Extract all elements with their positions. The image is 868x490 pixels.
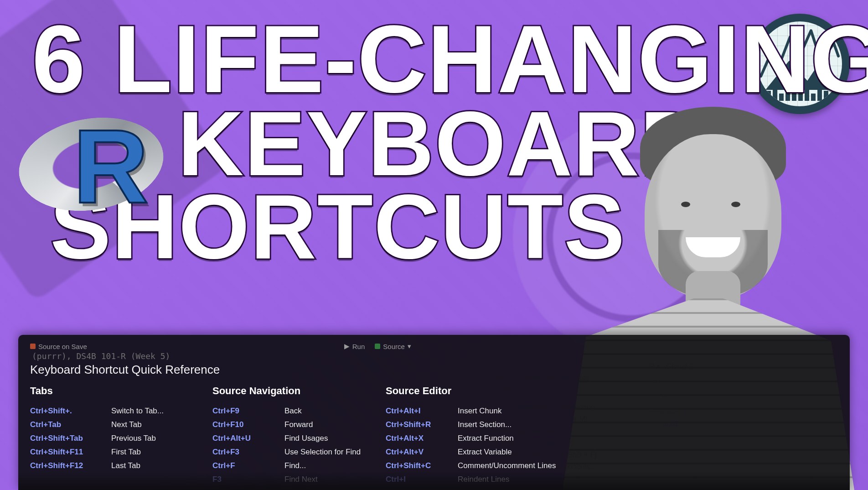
kb-label: Back bbox=[284, 404, 381, 418]
kb-row: Ctrl+F3Use Selection for Find bbox=[212, 445, 381, 459]
kb-key: Ctrl+F10 bbox=[212, 418, 281, 432]
kb-row: Ctrl+Shift+CComment/Uncomment Lines bbox=[386, 459, 536, 473]
kb-key: Ctrl+F bbox=[212, 459, 281, 473]
kb-row: F3Find Next bbox=[212, 473, 381, 486]
kb-row: Ctrl+Shift+RInsert Section... bbox=[386, 418, 536, 432]
ref-heading-tabs: Tabs bbox=[30, 385, 208, 397]
kb-label: Switch to Tab... bbox=[111, 404, 208, 418]
kb-key: Ctrl+F9 bbox=[212, 404, 281, 418]
kb-row: Ctrl+Alt+XExtract Function bbox=[386, 432, 536, 445]
kb-row: Ctrl+F10Forward bbox=[212, 418, 381, 432]
kb-key: Ctrl+Alt+X bbox=[386, 432, 454, 445]
kb-key: Ctrl+Shift+F11 bbox=[30, 445, 108, 459]
kb-key: Ctrl+Shift+F12 bbox=[30, 459, 108, 473]
kb-label: Extract Variable bbox=[458, 445, 536, 459]
kb-key: Ctrl+Shift+. bbox=[30, 404, 108, 418]
ref-col-source-editor: Source Editor Ctrl+Alt+IInsert Chunk Ctr… bbox=[386, 385, 536, 486]
ref-heading-source-nav: Source Navigation bbox=[212, 385, 381, 397]
kb-key: F3 bbox=[212, 473, 281, 486]
kb-label: Find Usages bbox=[284, 432, 381, 445]
r-logo: R bbox=[18, 105, 173, 224]
source-on-save-ghost: Source on Save bbox=[30, 343, 87, 350]
kb-row: Ctrl+Shift+.Switch to Tab... bbox=[30, 404, 208, 418]
kb-label: Insert Chunk bbox=[458, 404, 536, 418]
editor-toolbar-ghost: Source on Save ▶ Run Source ▾ bbox=[30, 341, 838, 351]
source-on-save-label: Source on Save bbox=[38, 343, 87, 350]
kb-label: Find... bbox=[284, 459, 381, 473]
r-logo-letter: R bbox=[73, 114, 149, 219]
headline-line-1: 6 LIFE-CHANGING bbox=[32, 14, 841, 105]
ghost-code-hint: (purrr), DS4B 101-R (Week 5) bbox=[32, 351, 838, 361]
kb-label: Find Next bbox=[284, 473, 381, 486]
shortcut-reference-panel: Source on Save ▶ Run Source ▾ (purrr), D… bbox=[18, 335, 850, 490]
kb-key: Ctrl+Tab bbox=[30, 418, 108, 432]
kb-label: Extract Function bbox=[458, 432, 536, 445]
kb-label: Reindent Lines bbox=[458, 473, 536, 486]
ref-col-source-nav: Source Navigation Ctrl+F9Back Ctrl+F10Fo… bbox=[212, 385, 381, 486]
kb-label: Use Selection for Find bbox=[284, 445, 381, 459]
kb-key: Ctrl+Alt+I bbox=[386, 404, 454, 418]
kb-key: Ctrl+Shift+R bbox=[386, 418, 454, 432]
kb-row: Ctrl+IReindent Lines bbox=[386, 473, 536, 486]
kb-label: Next Tab bbox=[111, 418, 208, 432]
ref-col-tabs: Tabs Ctrl+Shift+.Switch to Tab... Ctrl+T… bbox=[30, 385, 208, 473]
reference-title: Keyboard Shortcut Quick Reference bbox=[30, 363, 838, 377]
kb-row: Ctrl+Alt+VExtract Variable bbox=[386, 445, 536, 459]
kb-label: Insert Section... bbox=[458, 418, 536, 432]
ref-heading-source-editor: Source Editor bbox=[386, 385, 536, 397]
kb-label: Forward bbox=[284, 418, 381, 432]
kb-row: Ctrl+TabNext Tab bbox=[30, 418, 208, 432]
thumbnail-stage: 6 LIFE-CHANGING KEYBOARD SHORTCUTS R R T… bbox=[0, 0, 868, 490]
kb-label: Comment/Uncomment Lines bbox=[458, 459, 556, 473]
kb-key: Ctrl+F3 bbox=[212, 445, 281, 459]
kb-row: Ctrl+F9Back bbox=[212, 404, 381, 418]
kb-row: Ctrl+Shift+F12Last Tab bbox=[30, 459, 208, 473]
reference-columns: Tabs Ctrl+Shift+.Switch to Tab... Ctrl+T… bbox=[30, 385, 838, 486]
kb-key: Ctrl+I bbox=[386, 473, 454, 486]
kb-row: Ctrl+Shift+F11First Tab bbox=[30, 445, 208, 459]
kb-key: Ctrl+Alt+U bbox=[212, 432, 281, 445]
kb-row: Ctrl+Shift+TabPrevious Tab bbox=[30, 432, 208, 445]
file-icon bbox=[30, 344, 36, 349]
kb-label: Last Tab bbox=[111, 459, 208, 473]
source-ghost: Source ▾ bbox=[375, 342, 411, 350]
kb-label: Previous Tab bbox=[111, 432, 208, 445]
kb-key: Ctrl+Shift+Tab bbox=[30, 432, 108, 445]
kb-label: First Tab bbox=[111, 445, 208, 459]
run-ghost: ▶ Run bbox=[344, 342, 365, 350]
headline-line-2: KEYBOARD bbox=[178, 100, 841, 187]
kb-row: Ctrl+Alt+UFind Usages bbox=[212, 432, 381, 445]
kb-row: Ctrl+FFind... bbox=[212, 459, 381, 473]
kb-key: Ctrl+Alt+V bbox=[386, 445, 454, 459]
kb-key: Ctrl+Shift+C bbox=[386, 459, 454, 473]
kb-row: Ctrl+Alt+IInsert Chunk bbox=[386, 404, 536, 418]
